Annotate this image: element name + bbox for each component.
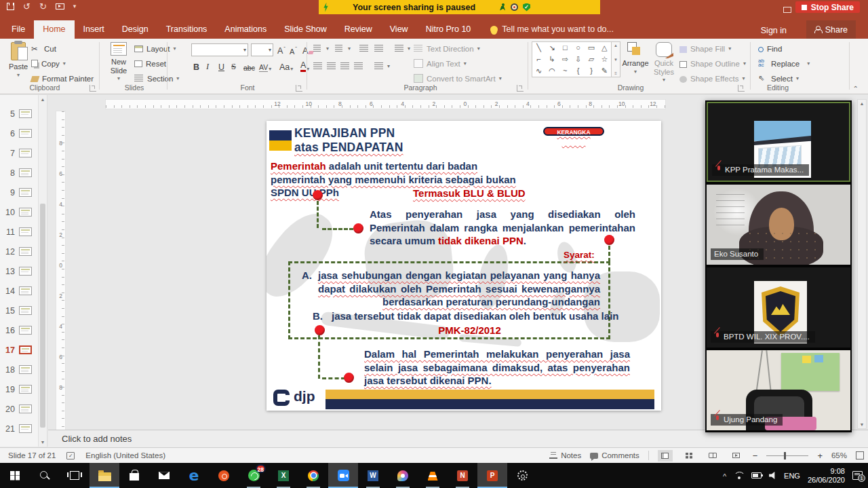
customize-qat-icon[interactable]: ▾: [73, 2, 77, 11]
font-size-combobox[interactable]: ▾: [251, 43, 273, 56]
slide-thumbnail-item[interactable]: 12: [0, 242, 38, 261]
layout-button[interactable]: Layout▾: [134, 42, 176, 55]
collapse-ribbon-button[interactable]: ⌃: [853, 85, 859, 92]
record-icon[interactable]: [511, 3, 518, 11]
slide-thumbnail-item[interactable]: 9: [0, 183, 38, 202]
slide-counter[interactable]: Slide 17 of 21: [8, 451, 56, 459]
underline-button[interactable]: U: [218, 60, 224, 72]
bullets-button[interactable]: ▾: [313, 42, 329, 55]
kerangka-pikiran-badge[interactable]: KERANGKA PIKIRAN: [543, 127, 604, 136]
font-color-button[interactable]: A▾: [300, 60, 309, 72]
decrease-indent-button[interactable]: [359, 42, 369, 55]
shape-option[interactable]: ↳: [549, 56, 555, 63]
shape-option[interactable]: ⇩: [575, 56, 581, 63]
language-indicator[interactable]: English (United States): [85, 451, 165, 459]
shape-option[interactable]: ▱: [589, 56, 594, 63]
align-right-button[interactable]: [340, 60, 350, 73]
ribbon-tab[interactable]: View: [381, 20, 417, 39]
clipboard-dialog-launcher[interactable]: [90, 85, 96, 92]
edge-button[interactable]: e: [179, 463, 209, 488]
paint3d-button[interactable]: [388, 463, 418, 488]
comments-toggle[interactable]: Comments: [590, 451, 639, 459]
shape-option[interactable]: ○: [576, 44, 580, 52]
ribbon-tab[interactable]: Nitro Pro 10: [417, 20, 480, 39]
settings-button[interactable]: [507, 463, 537, 488]
zoom-app-button[interactable]: [328, 463, 358, 488]
termasuk-label[interactable]: Termasuk BLU & BLUD: [413, 187, 526, 200]
shape-outline-button[interactable]: Shape Outline▾: [679, 57, 746, 70]
tray-expand-icon[interactable]: ^: [723, 472, 726, 481]
scroll-up-icon[interactable]: ▲: [858, 101, 866, 106]
action-center-icon[interactable]: 1: [852, 471, 863, 480]
wifi-icon[interactable]: [734, 472, 744, 479]
security-shield-icon[interactable]: ✓: [523, 3, 530, 12]
slide-canvas[interactable]: KEWAJIBAN PPN atas PENDAPATAN KERANGKA P…: [267, 121, 661, 411]
drawing-dialog-launcher[interactable]: [738, 85, 745, 92]
italic-button[interactable]: I: [206, 60, 209, 72]
participant-video-4[interactable]: Ujung Pandang: [707, 350, 850, 430]
ribbon-tab[interactable]: Animations: [216, 20, 275, 39]
start-slideshow-icon[interactable]: [56, 3, 64, 10]
search-button[interactable]: [30, 463, 60, 488]
shape-option[interactable]: ~: [563, 67, 567, 75]
bold-button[interactable]: B: [193, 60, 199, 72]
zoom-in-button[interactable]: +: [817, 451, 823, 461]
ribbon-tab[interactable]: Design: [113, 20, 157, 39]
slide-title[interactable]: KEWAJIBAN PPN atas PENDAPATAN: [294, 126, 403, 155]
breakout-icon[interactable]: [499, 3, 506, 12]
language-tray[interactable]: ENG: [784, 472, 800, 480]
store-button[interactable]: [119, 463, 149, 488]
participant-video-3[interactable]: BPTD WIL. XIX PROV....: [707, 267, 850, 348]
change-case-button[interactable]: Aa▾: [279, 60, 293, 72]
shape-option[interactable]: }: [590, 67, 593, 75]
copy-button[interactable]: Copy▾: [31, 57, 66, 70]
item-b-text[interactable]: jasa tersebut tidak dapat disediakan ole…: [332, 309, 618, 323]
ribbon-tab[interactable]: Insert: [75, 20, 113, 39]
reset-button[interactable]: Reset: [134, 57, 166, 70]
align-left-button[interactable]: [313, 60, 323, 73]
slide-thumbnail-item[interactable]: 16: [0, 320, 38, 340]
scroll-down-icon[interactable]: ▼: [858, 422, 866, 427]
slide-thumbnail-item[interactable]: 7: [0, 143, 38, 163]
task-view-button[interactable]: [60, 463, 90, 488]
paragraph-dialog-launcher[interactable]: [517, 85, 524, 92]
font-name-combobox[interactable]: ▾: [191, 43, 248, 56]
cut-button[interactable]: ✂Cut: [31, 42, 56, 55]
slide-thumbnail-item[interactable]: 5: [0, 104, 38, 124]
grow-font-button[interactable]: Aˆ: [277, 43, 285, 56]
undo-icon[interactable]: ↺: [23, 2, 31, 11]
ribbon-tab[interactable]: Transitions: [157, 20, 216, 39]
shape-option[interactable]: ☆: [601, 56, 608, 63]
shape-option[interactable]: ⌐: [536, 56, 540, 63]
shape-option[interactable]: ▭: [588, 44, 595, 52]
spell-check-icon[interactable]: ✓: [66, 452, 75, 459]
new-slide-button[interactable]: New Slide ▾: [103, 41, 134, 83]
start-button[interactable]: [0, 463, 30, 488]
share-button[interactable]: Share: [806, 20, 856, 39]
slide-sorter-button[interactable]: [682, 450, 696, 462]
slide-thumbnail-item[interactable]: 6: [0, 124, 38, 143]
shapes-gallery-scrollbar[interactable]: ▲▼≡: [612, 41, 620, 77]
pmk-label[interactable]: PMK-82/2012: [288, 324, 610, 337]
slide-thumbnail-item[interactable]: 14: [0, 281, 38, 301]
nitro-button[interactable]: N: [448, 463, 477, 488]
shape-effects-button[interactable]: Shape Effects▾: [679, 72, 745, 85]
vertical-app-scrollbar[interactable]: ▲ ▼: [857, 99, 867, 429]
shape-option[interactable]: ╲: [536, 44, 541, 52]
columns-button[interactable]: ▾: [374, 60, 390, 73]
shape-option[interactable]: ∿: [536, 67, 542, 75]
slide-thumbnail-item[interactable]: 19: [0, 379, 38, 399]
powerpoint-button[interactable]: P: [477, 463, 507, 488]
align-center-button[interactable]: [327, 60, 336, 73]
clear-formatting-button[interactable]: A: [302, 43, 313, 56]
ubuntu-button[interactable]: [209, 463, 239, 488]
find-button[interactable]: Find: [758, 42, 782, 55]
zoom-slider[interactable]: [766, 455, 808, 456]
syarat-label[interactable]: Syarat:: [564, 250, 595, 260]
slide-thumbnail-item[interactable]: 8: [0, 163, 38, 183]
justify-button[interactable]: [354, 60, 363, 73]
tell-me-box[interactable]: Tell me what you want to do...: [490, 20, 614, 39]
shape-option[interactable]: ⇨: [562, 56, 568, 63]
strikethrough-button[interactable]: S: [231, 60, 236, 72]
slide-thumbnail-item[interactable]: 10: [0, 202, 38, 222]
